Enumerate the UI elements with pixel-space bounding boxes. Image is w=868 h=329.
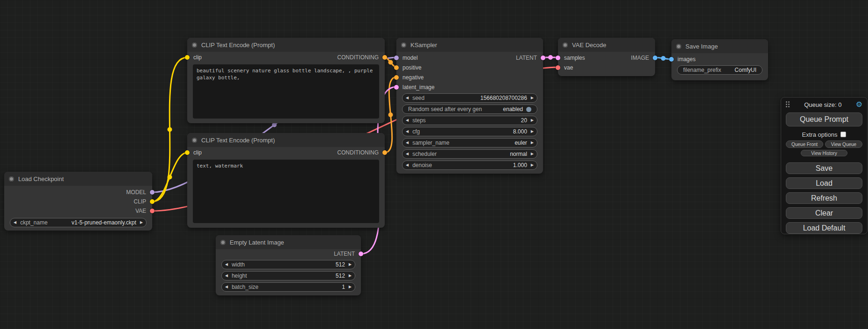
menu-drag-handle[interactable] — [786, 101, 790, 108]
widget-label: filename_prefix — [683, 67, 721, 73]
increment-arrow-icon[interactable]: ▶ — [531, 163, 534, 167]
collapse-dot[interactable] — [563, 42, 568, 48]
negative-input-slot[interactable] — [394, 75, 399, 80]
node-ksampler[interactable]: KSampler model LATENT positive negative … — [396, 38, 543, 174]
collapse-dot[interactable] — [192, 138, 197, 143]
node-title-bar[interactable]: VAE Decode — [558, 38, 655, 52]
increment-arrow-icon[interactable]: ▶ — [349, 285, 352, 289]
decrement-arrow-icon[interactable]: ◀ — [406, 152, 409, 156]
widget-ckpt-name[interactable]: ◀ ckpt_name v1-5-pruned-emaonly.ckpt ▶ — [10, 218, 147, 227]
clip-input-label: clip — [193, 149, 202, 156]
latent-output-label: LATENT — [516, 55, 537, 61]
decrement-arrow-icon[interactable]: ◀ — [225, 263, 228, 266]
widget-sampler-name[interactable]: ◀ sampler_name euler ▶ — [402, 138, 537, 147]
node-title-bar[interactable]: CLIP Text Encode (Prompt) — [187, 38, 385, 52]
positive-input-slot[interactable] — [394, 65, 399, 70]
link-midpoint-dot — [168, 175, 172, 179]
widget-random-seed-toggle[interactable]: Random seed after every gen enabled — [402, 105, 537, 114]
node-title-bar[interactable]: Empty Latent Image — [216, 235, 361, 249]
increment-arrow-icon[interactable]: ▶ — [531, 152, 534, 156]
latent-image-input-label: latent_image — [402, 84, 435, 91]
decrement-arrow-icon[interactable]: ◀ — [14, 221, 16, 224]
negative-prompt-textarea[interactable]: text, watermark — [193, 160, 379, 223]
node-title: Empty Latent Image — [230, 239, 284, 246]
save-button[interactable]: Save — [786, 162, 862, 174]
link-midpoint-dot — [388, 60, 393, 65]
increment-arrow-icon[interactable]: ▶ — [531, 119, 534, 122]
increment-arrow-icon[interactable]: ▶ — [531, 141, 534, 145]
node-title-bar[interactable]: KSampler — [396, 38, 543, 52]
conditioning-output-slot[interactable] — [382, 150, 387, 155]
model-output-slot[interactable] — [150, 190, 155, 195]
clip-input-slot[interactable] — [185, 150, 190, 155]
decrement-arrow-icon[interactable]: ◀ — [406, 96, 409, 100]
widget-denoise[interactable]: ◀ denoise 1.000 ▶ — [402, 161, 537, 170]
samples-input-slot[interactable] — [556, 56, 560, 60]
view-queue-button[interactable]: View Queue — [825, 140, 862, 148]
toggle-dot-icon[interactable] — [526, 107, 531, 112]
decrement-arrow-icon[interactable]: ◀ — [406, 130, 409, 133]
node-empty-latent-image[interactable]: Empty Latent Image LATENT ◀ width 512 ▶ … — [216, 235, 361, 295]
collapse-dot[interactable] — [401, 42, 406, 48]
node-title-bar[interactable]: Load Checkpoint — [4, 172, 152, 186]
widget-value: 8.000 — [513, 128, 527, 135]
collapse-dot[interactable] — [192, 42, 197, 48]
load-default-button[interactable]: Load Default — [786, 222, 862, 234]
model-input-slot[interactable] — [394, 56, 399, 60]
images-input-slot[interactable] — [669, 57, 674, 62]
widget-value: 20 — [521, 117, 527, 124]
settings-gear-icon[interactable]: ⚙ — [856, 101, 862, 108]
widget-width[interactable]: ◀ width 512 ▶ — [221, 260, 355, 269]
widget-cfg[interactable]: ◀ cfg 8.000 ▶ — [402, 127, 537, 136]
refresh-button[interactable]: Refresh — [786, 192, 862, 204]
increment-arrow-icon[interactable]: ▶ — [531, 96, 534, 100]
collapse-dot[interactable] — [220, 240, 226, 245]
widget-batch-size[interactable]: ◀ batch_size 1 ▶ — [221, 282, 355, 292]
decrement-arrow-icon[interactable]: ◀ — [406, 141, 409, 145]
increment-arrow-icon[interactable]: ▶ — [531, 130, 534, 133]
decrement-arrow-icon[interactable]: ◀ — [225, 274, 228, 278]
node-load-checkpoint[interactable]: Load Checkpoint MODEL CLIP VAE ◀ ckpt_na… — [4, 172, 152, 231]
image-output-slot[interactable] — [653, 56, 657, 60]
increment-arrow-icon[interactable]: ▶ — [349, 263, 352, 266]
node-vae-decode[interactable]: VAE Decode samples IMAGE vae — [558, 38, 655, 76]
widget-label: height — [232, 273, 247, 279]
widget-seed[interactable]: ◀ seed 156680208700286 ▶ — [402, 93, 537, 103]
conditioning-output-slot[interactable] — [382, 55, 387, 60]
collapse-dot[interactable] — [9, 176, 14, 182]
widget-steps[interactable]: ◀ steps 20 ▶ — [402, 116, 537, 125]
latent-output-label: LATENT — [334, 251, 355, 257]
vae-output-slot[interactable] — [150, 209, 155, 213]
widget-filename-prefix[interactable]: filename_prefix ComfyUI — [677, 65, 762, 75]
view-history-button[interactable]: View History — [801, 150, 847, 156]
extra-options-checkbox[interactable] — [840, 132, 846, 137]
widget-label: ckpt_name — [20, 219, 48, 226]
positive-prompt-textarea[interactable]: beautiful scenery nature glass bottle la… — [193, 64, 379, 119]
latent-output-slot[interactable] — [541, 56, 545, 60]
node-save-image[interactable]: Save Image images filename_prefix ComfyU… — [671, 39, 768, 80]
decrement-arrow-icon[interactable]: ◀ — [225, 285, 228, 289]
widget-height[interactable]: ◀ height 512 ▶ — [221, 271, 355, 280]
decrement-arrow-icon[interactable]: ◀ — [406, 163, 409, 167]
decrement-arrow-icon[interactable]: ◀ — [406, 119, 409, 122]
increment-arrow-icon[interactable]: ▶ — [140, 221, 143, 224]
queue-front-button[interactable]: Queue Front — [786, 140, 823, 148]
collapse-dot[interactable] — [676, 44, 681, 49]
node-clip-text-encode-negative[interactable]: CLIP Text Encode (Prompt) clip CONDITION… — [187, 133, 385, 228]
latent-image-input-slot[interactable] — [394, 85, 399, 90]
clip-input-slot[interactable] — [185, 55, 190, 60]
vae-input-slot[interactable] — [556, 65, 560, 70]
queue-prompt-button[interactable]: Queue Prompt — [786, 112, 862, 126]
widget-value: 512 — [336, 273, 345, 279]
latent-output-slot[interactable] — [359, 252, 363, 256]
widget-scheduler[interactable]: ◀ scheduler normal ▶ — [402, 149, 537, 159]
clip-output-slot[interactable] — [150, 199, 155, 204]
node-clip-text-encode-positive[interactable]: CLIP Text Encode (Prompt) clip CONDITION… — [187, 38, 385, 123]
clear-button[interactable]: Clear — [786, 207, 862, 219]
node-title-bar[interactable]: CLIP Text Encode (Prompt) — [187, 133, 385, 147]
increment-arrow-icon[interactable]: ▶ — [349, 274, 352, 278]
widget-value: 156680208700286 — [480, 95, 527, 101]
load-button[interactable]: Load — [786, 177, 862, 189]
node-title-bar[interactable]: Save Image — [671, 39, 768, 53]
queue-size-label: Queue size: 0 — [790, 101, 856, 108]
